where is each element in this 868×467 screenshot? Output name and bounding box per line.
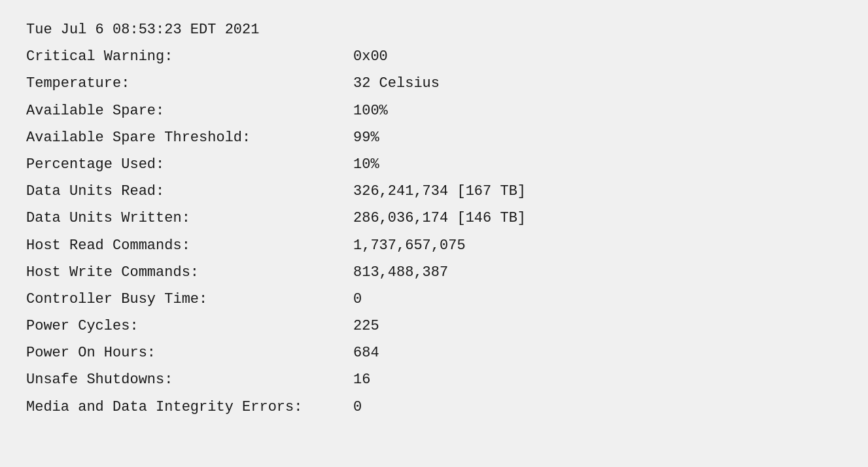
row-label: Power Cycles: [26, 315, 353, 337]
row-label: Controller Busy Time: [26, 288, 353, 311]
table-row: Percentage Used:10% [26, 153, 842, 176]
table-row: Host Read Commands:1,737,657,075 [26, 234, 842, 257]
table-row: Available Spare Threshold:99% [26, 126, 842, 149]
row-label: Critical Warning: [26, 45, 353, 68]
row-label: Host Read Commands: [26, 234, 353, 257]
table-row: Unsafe Shutdowns:16 [26, 368, 842, 391]
table-row: Power Cycles:225 [26, 315, 842, 337]
row-label: Percentage Used: [26, 153, 353, 176]
row-value: 16 [353, 368, 370, 391]
table-row: Power On Hours:684 [26, 341, 842, 364]
row-value: 0 [353, 288, 362, 311]
row-label: Media and Data Integrity Errors: [26, 396, 353, 419]
row-label: Power On Hours: [26, 341, 353, 364]
row-value: 286,036,174 [146 TB] [353, 207, 526, 230]
row-label: Temperature: [26, 72, 353, 95]
row-label: Host Write Commands: [26, 261, 353, 284]
table-row: Media and Data Integrity Errors:0 [26, 396, 842, 419]
row-label: Data Units Written: [26, 207, 353, 230]
row-value: 813,488,387 [353, 261, 448, 284]
row-value: 100% [353, 99, 388, 122]
row-value: 684 [353, 341, 379, 364]
table-row: Controller Busy Time:0 [26, 288, 842, 311]
table-row: Data Units Written:286,036,174 [146 TB] [26, 207, 842, 230]
timestamp-value: Tue Jul 6 08:53:23 EDT 2021 [26, 22, 259, 38]
row-value: 225 [353, 315, 379, 337]
row-label: Available Spare Threshold: [26, 126, 353, 149]
row-label: Data Units Read: [26, 180, 353, 203]
row-value: 99% [353, 126, 379, 149]
table-row: Available Spare:100% [26, 99, 842, 122]
row-label: Unsafe Shutdowns: [26, 368, 353, 391]
row-label: Available Spare: [26, 99, 353, 122]
table-row: Data Units Read:326,241,734 [167 TB] [26, 180, 842, 203]
timestamp-row: Tue Jul 6 08:53:23 EDT 2021 [26, 18, 842, 41]
table-row: Critical Warning:0x00 [26, 45, 842, 68]
row-value: 1,737,657,075 [353, 234, 466, 257]
row-value: 0x00 [353, 45, 388, 68]
table-row: Host Write Commands:813,488,387 [26, 261, 842, 284]
nvme-smart-output: Tue Jul 6 08:53:23 EDT 2021 Critical War… [26, 18, 842, 423]
row-value: 32 Celsius [353, 72, 440, 95]
row-value: 10% [353, 153, 379, 176]
table-row: Temperature:32 Celsius [26, 72, 842, 95]
row-value: 0 [353, 396, 362, 419]
row-value: 326,241,734 [167 TB] [353, 180, 526, 203]
